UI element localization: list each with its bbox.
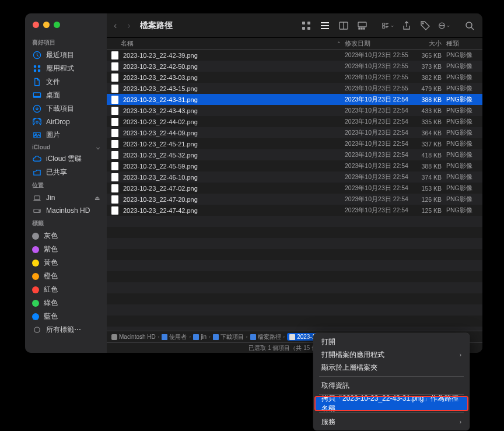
file-date: 2023年10月23日 22:54	[345, 118, 410, 126]
svg-point-15	[34, 327, 39, 332]
file-name: 2023-10-23_22-42-50.png	[123, 63, 345, 70]
sidebar-item[interactable]: 紫色	[25, 243, 107, 256]
column-name[interactable]: 名稱⌃	[121, 40, 345, 48]
context-menu-item[interactable]: 打開	[313, 335, 470, 348]
sidebar-item[interactable]: 紅色	[25, 283, 107, 296]
column-kind[interactable]: 種類	[446, 40, 482, 48]
file-name: 2023-10-23_22-45-21.png	[123, 141, 345, 148]
sidebar-item[interactable]: 最近項目	[25, 48, 107, 62]
sidebar-item[interactable]: 圖片	[25, 128, 107, 142]
sidebar-item[interactable]: 桌面	[25, 89, 107, 102]
context-menu-item[interactable]: 拷貝「2023-10-23_22-43-31.png」作為路徑名稱	[316, 397, 467, 410]
svg-rect-2	[37, 65, 40, 68]
file-row[interactable]: 2023-10-23_22-47-02.png 2023年10月23日 22:5…	[107, 183, 482, 194]
file-row[interactable]: 2023-10-23_22-45-59.png 2023年10月23日 22:5…	[107, 160, 482, 171]
sidebar-item[interactable]: 綠色	[25, 296, 107, 310]
sidebar-item[interactable]: iCloud 雲碟	[25, 152, 107, 166]
svg-rect-28	[363, 28, 365, 29]
path-segment[interactable]: 檔案路徑	[250, 333, 281, 341]
sidebar-item[interactable]: 已共享	[25, 166, 107, 179]
desktop-icon	[32, 91, 41, 100]
minimize-button[interactable]	[43, 22, 50, 28]
file-kind: PNG影像	[446, 140, 482, 148]
path-segment[interactable]: 使用者	[162, 333, 187, 341]
file-row[interactable]: 2023-10-23_22-43-31.png 2023年10月23日 22:5…	[107, 94, 482, 105]
svg-rect-21	[321, 25, 329, 26]
file-size: 433 KB	[410, 107, 446, 114]
svg-rect-20	[321, 22, 329, 23]
sidebar-item[interactable]: 下載項目	[25, 102, 107, 115]
action-icon[interactable]: ⌵	[438, 20, 450, 31]
context-menu-item[interactable]: 打開檔案的應用程式›	[313, 348, 470, 361]
file-size: 337 KB	[410, 141, 446, 148]
file-row[interactable]: 2023-10-23_22-43-43.png 2023年10月23日 22:5…	[107, 105, 482, 116]
file-row[interactable]: 2023-10-23_22-43-15.png 2023年10月23日 22:5…	[107, 83, 482, 94]
file-row[interactable]: 2023-10-23_22-44-09.png 2023年10月23日 22:5…	[107, 127, 482, 138]
file-name: 2023-10-23_22-43-03.png	[123, 74, 345, 81]
tag-dot-icon	[32, 300, 39, 307]
svg-rect-25	[358, 22, 366, 27]
file-row[interactable]: 2023-10-23_22-46-10.png 2023年10月23日 22:5…	[107, 171, 482, 183]
file-row[interactable]: 2023-10-23_22-42-50.png 2023年10月23日 22:5…	[107, 61, 482, 72]
forward-button[interactable]: ›	[127, 20, 130, 31]
file-size: 365 KB	[410, 52, 446, 59]
sidebar-item[interactable]: 文件	[25, 75, 107, 89]
path-segment[interactable]: Macintosh HD	[111, 334, 156, 340]
sidebar-item[interactable]: Macintosh HD	[25, 204, 107, 217]
file-name: 2023-10-23_22-43-31.png	[123, 96, 345, 103]
file-icon	[111, 85, 121, 93]
tag-icon[interactable]	[419, 20, 431, 31]
svg-rect-18	[302, 27, 305, 30]
file-kind: PNG影像	[446, 51, 482, 59]
context-menu-item[interactable]: 取得資訊	[313, 379, 470, 392]
sidebar-item[interactable]: 橙色	[25, 269, 107, 283]
eject-icon[interactable]: ⏏	[94, 195, 100, 201]
file-row[interactable]: 2023-10-23_22-44-02.png 2023年10月23日 22:5…	[107, 116, 482, 127]
empty-row	[107, 282, 482, 293]
view-icon-grid[interactable]	[300, 20, 312, 31]
column-size[interactable]: 大小	[410, 40, 446, 48]
file-icon	[111, 162, 121, 170]
sidebar-item-label: 圖片	[46, 130, 60, 140]
view-column-icon[interactable]	[338, 20, 349, 31]
file-row[interactable]: 2023-10-23_22-43-03.png 2023年10月23日 22:5…	[107, 72, 482, 83]
file-row[interactable]: 2023-10-23_22-45-21.png 2023年10月23日 22:5…	[107, 138, 482, 149]
alltags-icon	[32, 325, 41, 335]
view-gallery-icon[interactable]	[356, 20, 368, 31]
context-menu-item[interactable]: 顯示於上層檔案夾	[313, 361, 470, 374]
sidebar-item[interactable]: Jin⏏	[25, 191, 107, 204]
share-icon[interactable]	[401, 20, 412, 31]
group-by-icon[interactable]: ⌵	[382, 20, 394, 31]
file-icon	[289, 334, 295, 340]
file-kind: PNG影像	[446, 206, 482, 215]
file-kind: PNG影像	[446, 129, 482, 137]
sidebar-item[interactable]: 黃色	[25, 256, 107, 269]
file-icon	[111, 173, 121, 181]
file-icon	[111, 51, 121, 59]
sidebar-item-label: 橙色	[44, 271, 58, 281]
file-row[interactable]: 2023-10-23_22-45-32.png 2023年10月23日 22:5…	[107, 149, 482, 160]
close-button[interactable]	[33, 22, 39, 28]
path-segment[interactable]: jin	[193, 334, 206, 340]
file-row[interactable]: 2023-10-23_22-42-39.png 2023年10月23日 22:5…	[107, 50, 482, 61]
view-list-icon[interactable]	[319, 20, 331, 31]
search-icon[interactable]	[464, 20, 475, 31]
file-row[interactable]: 2023-10-23_22-47-20.png 2023年10月23日 22:5…	[107, 194, 482, 205]
file-name: 2023-10-23_22-42-39.png	[123, 52, 345, 59]
sidebar-item-label: 下載項目	[46, 104, 74, 114]
file-icon	[111, 62, 121, 71]
path-segment[interactable]: 下載項目	[213, 333, 244, 341]
sidebar-item[interactable]: AirDrop	[25, 115, 107, 128]
file-size: 374 KB	[410, 174, 446, 181]
sidebar-item[interactable]: 所有標籤⋯	[25, 323, 107, 337]
sidebar-item[interactable]: 應用程式	[25, 62, 107, 75]
sidebar-item[interactable]: 灰色	[25, 229, 107, 243]
context-menu-item[interactable]: 服務›	[313, 415, 470, 428]
sidebar-item[interactable]: 藍色	[25, 310, 107, 323]
back-button[interactable]: ‹	[114, 20, 117, 31]
submenu-arrow-icon: ›	[460, 352, 461, 358]
column-date[interactable]: 修改日期	[345, 40, 410, 48]
file-row[interactable]: 2023-10-23_22-47-42.png 2023年10月23日 22:5…	[107, 205, 482, 216]
sidebar-item-label: 所有標籤⋯	[46, 325, 81, 335]
zoom-button[interactable]	[54, 22, 60, 28]
